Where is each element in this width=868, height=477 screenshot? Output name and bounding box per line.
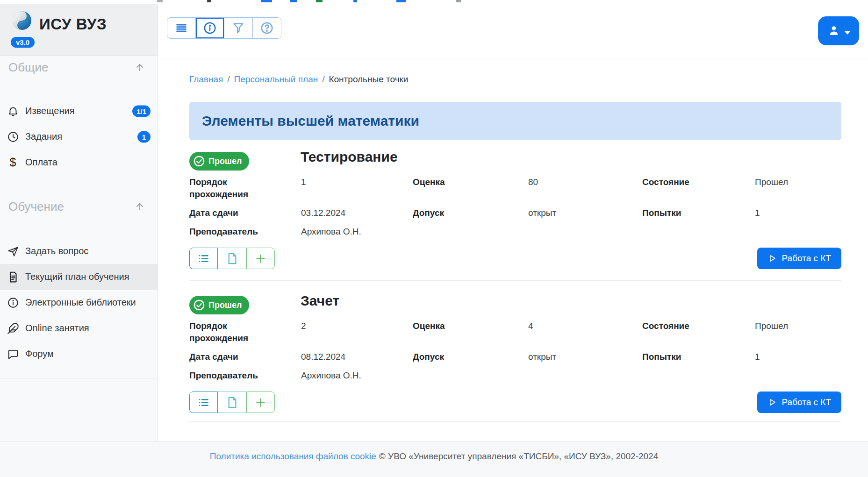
strip-mark bbox=[316, 0, 323, 2]
person-icon bbox=[827, 24, 841, 38]
main-content: Главная / Персональный план / Контрольны… bbox=[158, 59, 868, 441]
status-text: Прошел bbox=[208, 300, 242, 310]
field-value: 80 bbox=[528, 176, 642, 188]
filter-button[interactable] bbox=[224, 18, 252, 38]
top-strip bbox=[0, 0, 868, 4]
sidebar-item-label: Задания bbox=[25, 131, 62, 142]
field-value: 1 bbox=[755, 351, 841, 363]
sidebar-item-label: Online занятия bbox=[25, 323, 89, 334]
field-label: Состояние bbox=[642, 320, 755, 332]
card-divider bbox=[189, 421, 841, 422]
sidebar-item-elibraries[interactable]: Электронные библиотеки bbox=[0, 290, 158, 315]
help-button[interactable] bbox=[252, 18, 281, 38]
field-value: Архипова О.Н. bbox=[301, 226, 413, 238]
breadcrumb: Главная / Персональный план / Контрольны… bbox=[189, 72, 841, 86]
sidebar-item-tasks[interactable]: Задания 1 bbox=[0, 124, 158, 150]
sidebar-item-label: Форум bbox=[25, 349, 54, 359]
bell-icon bbox=[7, 105, 19, 117]
field-value: 1 bbox=[755, 207, 841, 219]
checkpoint-card-header: Прошел Тестирование bbox=[189, 152, 841, 171]
checkpoint-fields: Порядок прохождения 1 Оценка 80 Состояни… bbox=[189, 176, 841, 238]
sidebar-item-notifications[interactable]: Извещения 1/1 bbox=[0, 98, 158, 124]
chat-bubble-icon bbox=[7, 348, 19, 360]
logo-area: ИСУ ВУЗ v3.0 bbox=[0, 4, 158, 56]
sidebar-item-label: Оплата bbox=[25, 157, 57, 168]
document-icon bbox=[7, 271, 19, 283]
sidebar-section-learning: Обучение bbox=[0, 195, 158, 218]
file-button[interactable] bbox=[218, 248, 246, 269]
sidebar-divider bbox=[0, 378, 158, 378]
field-label: Преподаватель bbox=[189, 226, 301, 238]
checkpoint-card-header: Прошел Зачет bbox=[189, 296, 841, 314]
strip-mark bbox=[456, 0, 461, 2]
checkpoint-icon-group bbox=[189, 392, 275, 413]
clock-icon bbox=[7, 130, 19, 143]
status-text: Прошел bbox=[208, 157, 242, 166]
field-label: Попытки bbox=[642, 207, 755, 219]
collapse-up-icon[interactable] bbox=[134, 201, 145, 212]
work-with-checkpoint-button[interactable]: Работа с КТ bbox=[757, 392, 841, 413]
sidebar-item-current-plan[interactable]: Текущий план обучения bbox=[0, 264, 158, 290]
field-value: Прошел bbox=[755, 320, 841, 332]
copyright-text: © УВО «Университет управления «ТИСБИ», «… bbox=[379, 451, 658, 461]
sidebar-item-payment[interactable]: $ Оплата bbox=[0, 150, 158, 175]
sidebar-section-general: Общие bbox=[0, 56, 158, 78]
field-label: Допуск bbox=[413, 207, 528, 219]
list-button[interactable] bbox=[189, 392, 218, 413]
play-icon bbox=[768, 398, 777, 407]
breadcrumb-personal-plan[interactable]: Персональный план bbox=[234, 72, 318, 86]
user-menu-button[interactable] bbox=[818, 16, 859, 45]
strip-mark bbox=[396, 0, 406, 2]
field-label: Оценка bbox=[413, 176, 528, 188]
list-button[interactable] bbox=[189, 248, 218, 269]
checkpoint-fields: Порядок прохождения 2 Оценка 4 Состояние… bbox=[189, 320, 841, 382]
content-top-divider bbox=[189, 90, 841, 90]
field-value: открыт bbox=[528, 351, 642, 363]
strip-mark bbox=[157, 0, 163, 2]
field-label: Оценка bbox=[413, 320, 528, 332]
breadcrumb-current: Контрольные точки bbox=[329, 72, 408, 86]
field-label: Преподаватель bbox=[189, 370, 301, 382]
info-button[interactable] bbox=[195, 18, 224, 38]
card-divider bbox=[189, 280, 841, 281]
field-label: Состояние bbox=[642, 176, 755, 188]
strip-mark bbox=[353, 0, 357, 2]
add-button[interactable] bbox=[246, 392, 275, 413]
breadcrumb-separator: / bbox=[227, 72, 230, 86]
strip-mark bbox=[290, 0, 297, 2]
field-label: Попытки bbox=[642, 351, 755, 363]
sidebar-item-label: Электронные библиотеки bbox=[25, 297, 136, 308]
breadcrumb-separator: / bbox=[322, 72, 324, 86]
checkpoint-title: Зачет bbox=[301, 293, 339, 309]
check-circle-icon bbox=[193, 155, 206, 168]
cookie-policy-link[interactable]: Политика использования файлов cookie bbox=[210, 451, 376, 461]
notifications-count-badge: 1/1 bbox=[132, 105, 151, 117]
info-circle-icon bbox=[7, 296, 19, 309]
chevron-down-icon bbox=[844, 31, 851, 35]
sidebar: ИСУ ВУЗ v3.0 Общие Извещения 1/1 Задания… bbox=[0, 4, 158, 441]
field-value: Архипова О.Н. bbox=[301, 370, 413, 382]
strip-mark bbox=[207, 0, 211, 2]
play-icon bbox=[768, 254, 777, 263]
field-label: Порядок прохождения bbox=[189, 176, 269, 200]
sidebar-item-label: Извещения bbox=[25, 106, 74, 116]
status-badge: Прошел bbox=[189, 296, 249, 314]
field-value: 4 bbox=[528, 320, 642, 332]
work-with-checkpoint-button[interactable]: Работа с КТ bbox=[757, 248, 841, 269]
file-button[interactable] bbox=[218, 392, 246, 413]
sidebar-item-online-classes[interactable]: Online занятия bbox=[0, 315, 158, 341]
field-value: открыт bbox=[528, 207, 642, 219]
field-value: 03.12.2024 bbox=[301, 207, 413, 219]
add-button[interactable] bbox=[246, 248, 275, 269]
sidebar-item-ask-question[interactable]: Задать вопрос bbox=[0, 238, 158, 264]
version-badge: v3.0 bbox=[11, 37, 35, 48]
section-label: Общие bbox=[8, 60, 49, 75]
collapse-up-icon[interactable] bbox=[134, 62, 145, 73]
checkpoint-title: Тестирование bbox=[301, 149, 398, 165]
dollar-icon: $ bbox=[7, 156, 19, 169]
checkpoint-actions: Работа с КТ bbox=[189, 248, 841, 269]
footer: Политика использования файлов cookie© УВ… bbox=[0, 441, 868, 477]
menu-button[interactable] bbox=[167, 18, 195, 38]
breadcrumb-home[interactable]: Главная bbox=[189, 72, 223, 86]
sidebar-item-forum[interactable]: Форум bbox=[0, 341, 158, 367]
